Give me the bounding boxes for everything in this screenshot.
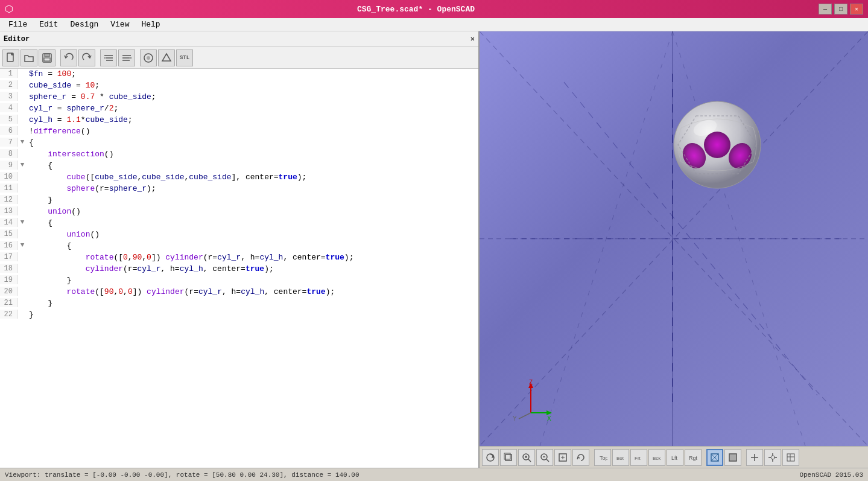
svg-line-46 (546, 459, 549, 462)
editor-toolbar: STL (0, 47, 478, 69)
reset-view-button[interactable] (482, 449, 499, 466)
svg-text:Rgt: Rgt (689, 455, 698, 461)
viewport-toolbar: Top Bot Frt Bck Lft Rgt (480, 446, 868, 468)
save-button[interactable] (39, 49, 55, 66)
surface-button[interactable] (724, 449, 741, 466)
code-line-13: 13 union() (0, 206, 478, 218)
code-line-10: 10 cube([cube_side,cube_side,cube_side],… (0, 172, 478, 183)
svg-point-13 (147, 56, 150, 60)
svg-rect-68 (787, 454, 794, 461)
grid-button[interactable] (782, 449, 799, 466)
svg-line-34 (519, 413, 531, 419)
close-button[interactable]: ✕ (850, 4, 863, 14)
view-left-button[interactable]: Lft (667, 449, 683, 466)
zoom-fit-button[interactable] (554, 449, 571, 466)
main-layout: Editor ✕ (0, 31, 868, 468)
menu-help[interactable]: Help (135, 19, 166, 30)
3d-object (663, 92, 771, 200)
code-line-4: 4 cyl_r = sphere_r/2; (0, 103, 478, 115)
editor-close-button[interactable]: ✕ (470, 34, 475, 43)
rotate-button[interactable] (572, 449, 589, 466)
menu-bar: File Edit Design View Help (0, 18, 868, 31)
menu-view[interactable]: View (104, 19, 135, 30)
open-button[interactable] (21, 49, 37, 66)
code-line-14: 14 ▼ { (0, 218, 478, 229)
code-line-2: 2 cube_side = 10; (0, 80, 478, 92)
svg-point-67 (771, 456, 775, 459)
svg-text:Y: Y (513, 415, 517, 422)
menu-file[interactable]: File (2, 19, 33, 30)
new-button[interactable] (2, 49, 19, 66)
view-right-button[interactable]: Rgt (685, 449, 702, 466)
viewport-info: Viewport: translate = [-0.00 -0.00 -0.00… (5, 471, 360, 479)
code-line-17: 17 rotate([0,90,0]) cylinder(r=cyl_r, h=… (0, 252, 478, 264)
svg-marker-33 (546, 410, 552, 415)
redo-button[interactable] (78, 49, 95, 66)
code-line-19: 19 } (0, 275, 478, 287)
code-line-15: 15 union() (0, 229, 478, 241)
svg-point-26 (704, 132, 730, 158)
code-line-1: 1 $fn = 100; (0, 69, 478, 80)
svg-text:Top: Top (600, 455, 607, 461)
zoom-out-button[interactable] (536, 449, 553, 466)
wireframe-button[interactable] (706, 449, 723, 466)
code-line-9: 9 ▼ { (0, 161, 478, 172)
crosshair-button[interactable] (764, 449, 781, 466)
menu-edit[interactable]: Edit (33, 19, 64, 30)
code-line-22: 22 } (0, 310, 478, 321)
svg-text:Bot: Bot (616, 456, 624, 461)
render-button[interactable] (158, 49, 175, 66)
menu-design[interactable]: Design (64, 19, 104, 30)
indent-more-button[interactable] (118, 49, 135, 66)
view-back-button[interactable]: Bck (648, 449, 665, 466)
window-title: CSG_Tree.scad* - OpenSCAD (13, 5, 819, 14)
editor-header: Editor ✕ (0, 31, 478, 47)
indent-less-button[interactable] (100, 49, 117, 66)
svg-marker-14 (162, 54, 171, 61)
svg-text:Frt: Frt (635, 456, 641, 461)
code-line-16: 16 ▼ { (0, 241, 478, 252)
app-icon: ⬡ (5, 3, 13, 15)
window-controls: — □ ✕ (819, 4, 863, 14)
code-line-12: 12 } (0, 195, 478, 206)
code-line-7: 7 ▼ { (0, 138, 478, 149)
svg-rect-60 (729, 454, 737, 461)
code-area[interactable]: 1 $fn = 100; 2 cube_side = 10; 3 sphere_… (0, 69, 478, 468)
code-line-20: 20 rotate([90,0,0]) cylinder(r=cyl_r, h=… (0, 287, 478, 298)
code-line-21: 21 } (0, 298, 478, 310)
code-line-8: 8 intersection() (0, 149, 478, 161)
undo-button[interactable] (60, 49, 77, 66)
editor-title: Editor (4, 35, 30, 43)
svg-rect-4 (45, 54, 49, 57)
svg-text:Lft: Lft (671, 455, 678, 461)
version-info: OpenSCAD 2015.03 (799, 471, 863, 479)
viewport-panel[interactable]: Z X Y (480, 31, 868, 468)
minimize-button[interactable]: — (819, 4, 832, 14)
axis-indicator: Z X Y (510, 380, 546, 416)
code-line-6: 6 !difference() (0, 126, 478, 138)
svg-text:Z: Z (529, 380, 533, 386)
svg-rect-5 (44, 58, 50, 61)
editor-panel: Editor ✕ (0, 31, 480, 468)
svg-line-42 (528, 459, 531, 462)
stl-button[interactable]: STL (176, 49, 193, 66)
status-bar: Viewport: translate = [-0.00 -0.00 -0.00… (0, 468, 868, 481)
ortho-button[interactable] (746, 449, 763, 466)
view-bottom-button[interactable]: Bot (612, 449, 629, 466)
view-cube-button[interactable] (500, 449, 517, 466)
view-top-button[interactable]: Top (594, 449, 611, 466)
code-line-11: 11 sphere(r=sphere_r); (0, 183, 478, 195)
view-front-button[interactable]: Frt (630, 449, 647, 466)
app-icon-area: ⬡ (5, 3, 13, 15)
svg-text:X: X (547, 415, 551, 422)
code-line-5: 5 cyl_h = 1.1*cube_side; (0, 115, 478, 126)
code-line-18: 18 cylinder(r=cyl_r, h=cyl_h, center=tru… (0, 264, 478, 275)
title-bar: ⬡ CSG_Tree.scad* - OpenSCAD — □ ✕ (0, 0, 868, 18)
svg-text:Bck: Bck (653, 456, 661, 461)
preview-button[interactable] (140, 49, 157, 66)
maximize-button[interactable]: □ (834, 4, 847, 14)
viewport-canvas[interactable]: Z X Y (480, 31, 868, 446)
code-line-3: 3 sphere_r = 0.7 * cube_side; (0, 92, 478, 103)
zoom-in-button[interactable] (518, 449, 535, 466)
